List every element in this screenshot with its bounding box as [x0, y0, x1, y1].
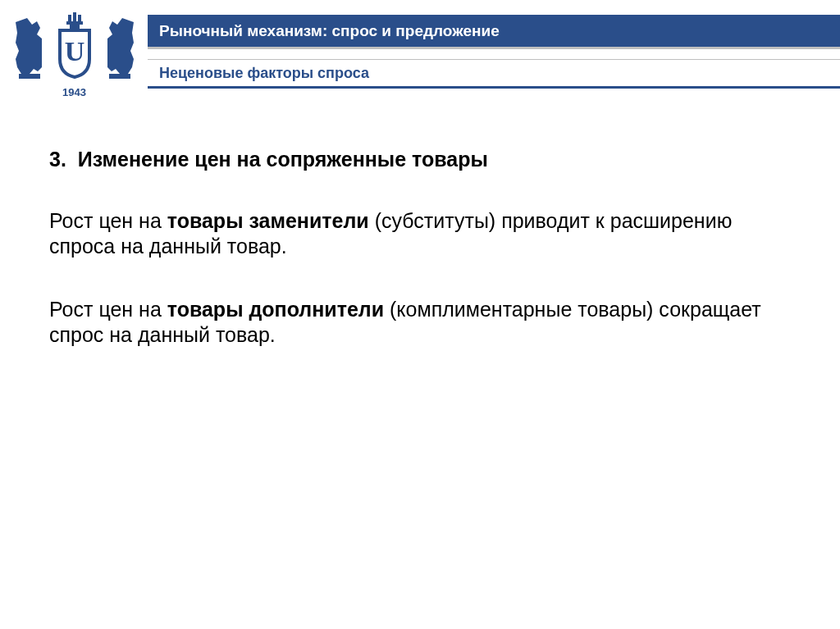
heading-text: Изменение цен на сопряженные товары — [78, 148, 488, 171]
para2-pre: Рост цен на — [49, 298, 167, 321]
slide-subtitle: Неценовые факторы спроса — [159, 65, 369, 82]
svg-rect-4 — [73, 12, 76, 21]
slide-subtitle-bar: Неценовые факторы спроса — [148, 59, 840, 89]
svg-rect-1 — [109, 74, 130, 79]
heading-number: 3. — [49, 148, 66, 171]
university-logo: U 1943 — [7, 7, 142, 101]
slide-title: Рыночный механизм: спрос и предложение — [159, 22, 500, 40]
paragraph-1: Рост цен на товары заменители (субститут… — [49, 208, 791, 260]
para1-bold: товары заменители — [167, 209, 369, 232]
para2-bold: товары дополнители — [167, 298, 384, 321]
svg-rect-7 — [70, 25, 80, 31]
section-heading: 3. Изменение цен на сопряженные товары — [49, 148, 791, 171]
logo-year: 1943 — [62, 86, 86, 98]
logo-griffins-icon: U — [9, 10, 140, 88]
para1-pre: Рост цен на — [49, 209, 167, 232]
svg-rect-6 — [66, 21, 83, 25]
svg-text:U: U — [64, 36, 84, 66]
slide-content: 3. Изменение цен на сопряженные товары Р… — [0, 107, 840, 348]
svg-rect-3 — [68, 15, 71, 21]
paragraph-2: Рост цен на товары дополнители (комплиме… — [49, 297, 791, 349]
svg-rect-0 — [19, 74, 40, 79]
slide-header: U 1943 Рыночный механизм: спрос и предло… — [0, 0, 840, 107]
slide-title-bar: Рыночный механизм: спрос и предложение — [148, 15, 840, 49]
svg-rect-5 — [78, 15, 81, 21]
